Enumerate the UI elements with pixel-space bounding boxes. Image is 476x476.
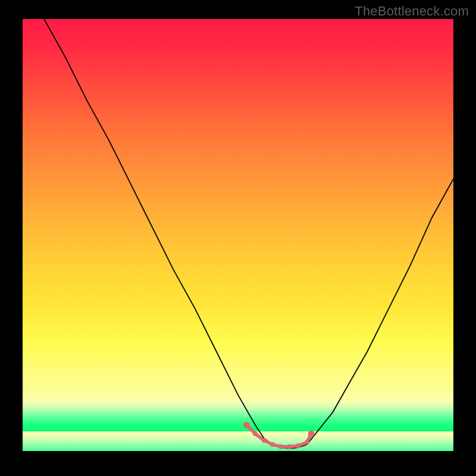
- optimal-range-dot: [296, 443, 300, 448]
- watermark: TheBottleneck.com: [355, 4, 469, 19]
- optimal-range-dot: [270, 442, 275, 447]
- bottleneck-curve: [44, 19, 453, 449]
- optimal-range-dot: [261, 438, 266, 443]
- optimal-range-dot: [253, 431, 258, 436]
- optimal-range-dot: [308, 431, 315, 437]
- optimal-range-dot: [287, 444, 292, 449]
- optimal-range-dot: [305, 440, 309, 445]
- chart-curves: [23, 19, 453, 451]
- chart-plot-area: [23, 19, 453, 451]
- optimal-range-dot: [278, 444, 283, 449]
- optimal-range-dot: [243, 422, 250, 428]
